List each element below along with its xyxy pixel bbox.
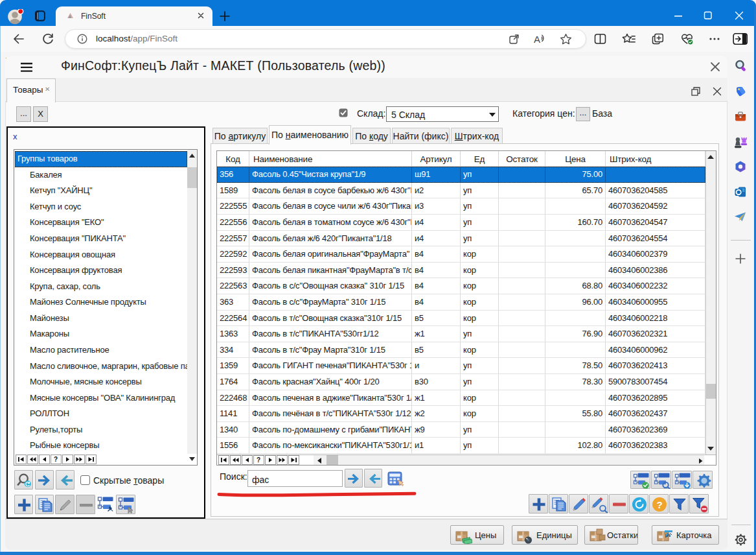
svg-text:?: ? bbox=[657, 499, 663, 510]
svg-text:?: ? bbox=[257, 456, 260, 464]
svg-text:A: A bbox=[534, 34, 540, 45]
svg-text:?: ? bbox=[54, 456, 58, 463]
